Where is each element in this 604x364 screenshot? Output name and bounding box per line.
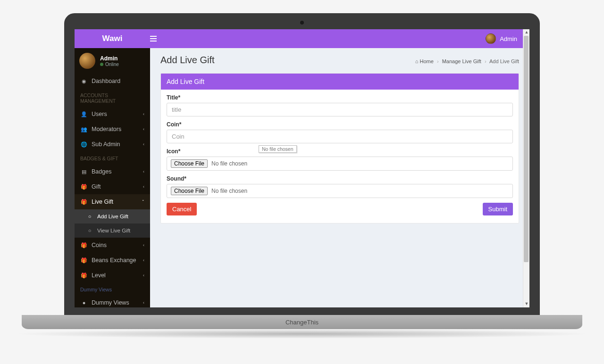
sidebar-item-level[interactable]: 🎁Level‹ [75,268,150,283]
chevron-left-icon: ‹ [143,142,144,147]
chevron-left-icon: ‹ [143,300,144,305]
dashboard-icon: ◉ [80,78,88,84]
coin-label: Coin* [167,121,513,128]
laptop-frame: Wawi Admin Admin Online [64,13,540,339]
gift-icon: 🎁 [80,184,88,190]
cancel-button[interactable]: Cancel [167,203,197,215]
users-icon: 👥 [80,126,88,132]
sidebar-user-panel: Admin Online [75,48,150,74]
hamburger-icon [150,36,157,41]
choose-file-button[interactable]: Choose File [171,187,208,195]
page-title: Add Live Gift [160,55,215,66]
file-status-text: No file chosen [211,188,247,194]
scroll-up-icon: ▲ [524,30,529,35]
title-label: Title* [167,94,513,101]
avatar [486,33,496,44]
vertical-scrollbar[interactable]: ▲ ▼ [523,29,529,307]
user-icon: 👤 [80,111,88,117]
sidebar-item-label: Dummy Views [92,299,129,306]
sidebar-item-beans[interactable]: 🎁Beans Exchange‹ [75,253,150,268]
sidebar-header-accounts: ACCOUNTS MANAGEMENT [75,89,150,107]
breadcrumb-manage[interactable]: Manage Live Gift [442,58,481,64]
file-status-text: No file chosen [211,160,247,167]
scrollbar-thumb[interactable] [524,36,528,262]
circle-icon: ● [80,300,88,306]
gift-icon: 🎁 [80,273,88,279]
file-tooltip: No file chosen [259,145,297,153]
gift-icon: 🎁 [80,257,88,264]
sidebar-item-label: View Live Gift [97,228,130,233]
avatar [79,53,95,69]
chevron-left-icon: ‹ [143,273,144,278]
sidebar-sub-view-live-gift[interactable]: ○View Live Gift [75,223,150,238]
laptop-brand-label: ChangeThis [285,319,319,326]
sidebar-item-livegift[interactable]: 🎁Live Gift˅ [75,194,150,209]
sidebar-item-badges[interactable]: ▤Badges‹ [75,164,150,179]
sidebar-item-label: Level [92,272,106,279]
brand-logo[interactable]: Wawi [75,34,150,43]
laptop-base: ChangeThis [22,315,582,329]
scroll-down-icon: ▼ [524,301,529,307]
sidebar-item-label: Beans Exchange [92,257,136,264]
chevron-down-icon: ˅ [142,199,144,204]
sidebar-sub-add-live-gift[interactable]: ○Add Live Gift [75,209,150,223]
book-icon: ▤ [80,169,88,175]
sound-label: Sound* [167,175,513,182]
sidebar-item-gift[interactable]: 🎁Gift‹ [75,179,150,194]
chevron-left-icon: ‹ [143,112,144,116]
globe-icon: 🌐 [80,141,88,148]
sidebar-item-label: Dashboard [92,78,120,84]
camera-dot [300,21,304,25]
choose-file-button[interactable]: Choose File [171,159,208,168]
screen-bezel: Wawi Admin Admin Online [64,13,540,315]
coin-input[interactable] [167,130,513,143]
chevron-left-icon: ‹ [143,243,144,248]
status-dot-icon [100,63,103,66]
icon-label: Icon* [167,148,513,155]
gift-icon: 🎁 [80,242,88,248]
sidebar-item-label: Badges [92,168,111,175]
form-panel: Add Live Gift Title* Coin* Ico [160,73,519,223]
sidebar-item-subadmin[interactable]: 🌐Sub Admin‹ [75,137,150,152]
sidebar-item-coins[interactable]: 🎁Coins‹ [75,238,150,253]
chevron-left-icon: ‹ [143,169,144,174]
menu-toggle[interactable] [150,36,169,41]
breadcrumb-current: Add Live Gift [489,58,519,64]
app-screen: Wawi Admin Admin Online [75,29,529,307]
sound-file-input[interactable]: Choose File No file chosen [167,184,513,198]
home-icon: ⌂ [415,58,419,64]
gift-icon: 🎁 [80,199,88,205]
sidebar-item-label: Sub Admin [92,141,120,148]
sidebar-header-badges: BADGES & GIFT [75,152,150,164]
breadcrumb-home[interactable]: Home [420,58,434,64]
sidebar-item-moderators[interactable]: 👥Moderators‹ [75,122,150,137]
chevron-left-icon: ‹ [143,127,144,132]
breadcrumb: ⌂ Home › Manage Live Gift › Add Live Gif… [415,58,519,64]
main-content: Add Live Gift ⌂ Home › Manage Live Gift … [150,48,529,307]
sidebar-item-dashboard[interactable]: ◉ Dashboard [75,74,150,89]
panel-header: Add Live Gift [161,74,519,90]
laptop-shadow [12,329,592,339]
sidebar-item-label: Gift [92,183,101,190]
sidebar-item-dummy[interactable]: ●Dummy Views‹ [75,295,150,307]
sidebar-item-label: Users [92,111,107,117]
title-input[interactable] [167,103,513,116]
top-user-name: Admin [500,35,517,42]
sidebar-item-label: Coins [92,242,107,248]
icon-file-input[interactable]: Choose File No file chosen [167,157,513,171]
sidebar: Admin Online ◉ Dashboard ACCOUNTS MANAGE… [75,48,150,307]
submit-button[interactable]: Submit [483,203,513,215]
sidebar-item-label: Add Live Gift [97,214,128,219]
sidebar-user-status: Online [100,62,119,67]
top-bar: Wawi Admin [75,29,529,48]
chevron-left-icon: ‹ [143,184,144,189]
circle-icon: ○ [86,214,93,219]
sidebar-header-dummy: Dummy Views [75,283,150,295]
sidebar-item-label: Moderators [92,126,121,132]
sidebar-item-label: Live Gift [92,199,113,205]
sidebar-user-name: Admin [100,55,119,62]
circle-icon: ○ [86,228,93,233]
sidebar-item-users[interactable]: 👤Users‹ [75,107,150,122]
chevron-left-icon: ‹ [143,258,144,263]
